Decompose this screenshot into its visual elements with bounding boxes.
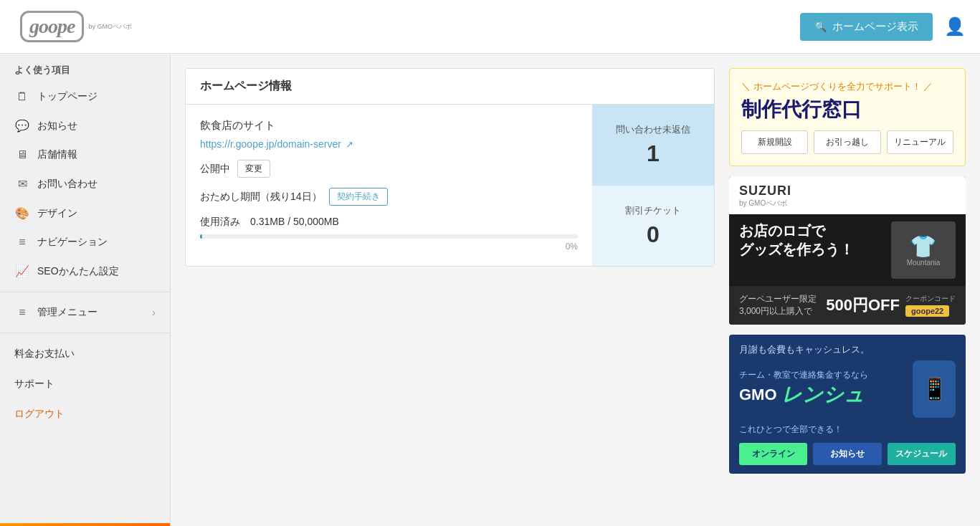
info-card: ホームページ情報 飲食店のサイト https://r.goope.jp/doma…: [185, 68, 715, 267]
search-icon: 🔍: [814, 21, 827, 32]
ad3-btn-online[interactable]: オンライン: [739, 443, 807, 465]
main-panel: ホームページ情報 飲食店のサイト https://r.goope.jp/doma…: [185, 68, 715, 512]
ad2-discount: 500円OFF: [826, 295, 900, 316]
ad1-btn-new[interactable]: 新規開設: [741, 130, 808, 154]
monitor-icon: 🖥: [14, 148, 30, 161]
gmo-logo: GMO: [739, 386, 777, 404]
sidebar-item-label: トップページ: [37, 90, 97, 103]
status-row: 公開中 変更: [200, 160, 578, 178]
support-label: サポート: [14, 378, 54, 389]
progress-label: 0%: [200, 242, 578, 252]
ad1-tagline: ＼ ホームページづくりを全力でサポート！ ／: [741, 80, 953, 93]
trial-text: おためし期間（残り14日）: [200, 191, 322, 204]
usage-row: 使用済み 0.31MB / 50,000MB: [200, 216, 578, 229]
document-icon: 🗒: [14, 90, 30, 103]
sidebar-item-inquiry[interactable]: ✉ お問い合わせ: [0, 169, 170, 199]
sidebar-bottom-bar: [0, 523, 170, 526]
coupon-count: 0: [647, 221, 660, 248]
list-icon: ≡: [14, 306, 30, 319]
ad2-coupon-code: goope22: [905, 305, 949, 317]
site-url-link[interactable]: https://r.goope.jp/domain-server ↗: [200, 138, 578, 150]
ad2-text-line2: グッズを作ろう！: [739, 240, 884, 259]
ad1-btn-move[interactable]: お引っ越し: [814, 130, 880, 154]
info-card-left: 飲食店のサイト https://r.goope.jp/domain-server…: [186, 105, 592, 266]
sidebar-item-label: ナビゲーション: [37, 236, 108, 249]
ad-banner-gmo-renshi: 月謝も会費もキャッシュレス。 チーム・教室で連絡集金するなら GMO レンシュ …: [729, 335, 966, 474]
sidebar-item-payment[interactable]: 料金お支払い: [0, 339, 170, 369]
ad2-mid: お店のロゴで グッズを作ろう！ 👕 Mountania: [729, 214, 966, 286]
chart-icon: 📈: [14, 264, 30, 278]
info-card-header: ホームページ情報: [186, 69, 714, 105]
ad2-top: SUZURI by GMOペパボ: [729, 176, 966, 214]
ad3-app-name: レンシュ: [781, 381, 865, 408]
sidebar-item-navigation[interactable]: ≡ ナビゲーション: [0, 228, 170, 257]
header-right: 🔍 ホームページ表示 👤: [800, 13, 966, 41]
ad3-phone-image: 📱: [913, 360, 956, 418]
sidebar-divider-2: [0, 333, 170, 333]
ad3-detail: これひとつで全部できる！: [739, 424, 956, 436]
info-card-body: 飲食店のサイト https://r.goope.jp/domain-server…: [186, 105, 714, 266]
ad3-btn-schedule[interactable]: スケジュール: [888, 443, 956, 465]
ad2-user-text: グーペユーザー限定 3,000円以上購入で: [739, 294, 817, 316]
logout-label: ログアウト: [14, 408, 65, 419]
coupon-label: 割引チケット: [625, 204, 681, 217]
inquiry-count: 1: [647, 140, 660, 167]
palette-icon: 🎨: [14, 206, 30, 220]
ad-banner-production: ＼ ホームページづくりを全力でサポート！ ／ 制作代行窓口 新規開設 お引っ越し…: [729, 68, 966, 166]
progress-bar-fill: [200, 234, 202, 239]
sidebar-management-label: 管理メニュー: [37, 306, 97, 319]
ad-banner-suzuri: SUZURI by GMOペパボ お店のロゴで グッズを作ろう！ 👕 Mount…: [729, 176, 966, 325]
suzuri-sub: by GMOペパボ: [739, 199, 956, 209]
ad2-text-block: お店のロゴで グッズを作ろう！: [739, 221, 884, 259]
user-icon[interactable]: 👤: [944, 16, 966, 37]
site-name: 飲食店のサイト: [200, 119, 578, 133]
payment-label: 料金お支払い: [14, 348, 75, 359]
ad2-bottom: グーペユーザー限定 3,000円以上購入で 500円OFF クーポンコード go…: [729, 286, 966, 325]
ad3-btn-notice[interactable]: お知らせ: [813, 443, 881, 465]
ad1-btn-row: 新規開設 お引っ越し リニューアル: [741, 130, 953, 154]
sidebar-item-label: お知らせ: [37, 120, 77, 133]
chevron-right-icon: ›: [152, 307, 156, 318]
status-text: 公開中: [200, 163, 230, 176]
sidebar-item-seo[interactable]: 📈 SEOかんたん設定: [0, 257, 170, 286]
homepage-btn-label: ホームページ表示: [832, 20, 918, 34]
sidebar-section-title: よく使う項目: [0, 54, 170, 82]
sidebar: よく使う項目 🗒 トップページ 💬 お知らせ 🖥 店舗情報 ✉ お問い合わせ 🎨…: [0, 54, 171, 526]
info-card-title: ホームページ情報: [200, 80, 292, 92]
sidebar-item-label: デザイン: [37, 207, 77, 220]
contract-button[interactable]: 契約手続き: [329, 188, 388, 206]
ad2-image: 👕 Mountania: [891, 221, 956, 279]
logo-box: goope by GMOペパボ: [14, 8, 138, 45]
inquiry-stat-box[interactable]: 問い合わせ未返信 1: [592, 105, 714, 185]
ad3-logo-row: チーム・教室で連絡集金するなら GMO レンシュ 📱: [739, 360, 956, 418]
sidebar-divider-1: [0, 292, 170, 292]
sidebar-item-label: SEOかんたん設定: [37, 265, 119, 278]
sidebar-item-store-info[interactable]: 🖥 店舗情報: [0, 140, 170, 169]
usage-text: 使用済み 0.31MB / 50,000MB: [200, 216, 339, 227]
trial-row: おためし期間（残り14日） 契約手続き: [200, 188, 578, 206]
right-sidebar: ＼ ホームページづくりを全力でサポート！ ／ 制作代行窓口 新規開設 お引っ越し…: [729, 68, 966, 512]
sidebar-item-label: お問い合わせ: [37, 178, 97, 191]
info-card-right: 問い合わせ未返信 1 割引チケット 0: [592, 105, 714, 266]
suzuri-logo: SUZURI: [739, 183, 956, 199]
sidebar-item-design[interactable]: 🎨 デザイン: [0, 199, 170, 228]
main-layout: よく使う項目 🗒 トップページ 💬 お知らせ 🖥 店舗情報 ✉ お問い合わせ 🎨…: [0, 54, 980, 526]
inquiry-label: 問い合わせ未返信: [616, 123, 690, 136]
coupon-stat-box[interactable]: 割引チケット 0: [592, 185, 714, 266]
chat-icon: 💬: [14, 119, 30, 133]
content-area: ホームページ情報 飲食店のサイト https://r.goope.jp/doma…: [171, 54, 980, 526]
ad3-btn-row: オンライン お知らせ スケジュール: [739, 443, 956, 465]
ad3-sub: チーム・教室で連絡集金するなら: [739, 369, 868, 381]
sidebar-item-management[interactable]: ≡ 管理メニュー ›: [0, 298, 170, 327]
homepage-display-button[interactable]: 🔍 ホームページ表示: [800, 13, 933, 41]
sidebar-item-logout[interactable]: ログアウト: [0, 399, 170, 429]
sidebar-item-support[interactable]: サポート: [0, 369, 170, 399]
logo-area: goope by GMOペパボ: [14, 8, 138, 45]
ad1-btn-renew[interactable]: リニューアル: [887, 130, 953, 154]
external-link-icon: ↗: [346, 139, 353, 150]
sidebar-item-notice[interactable]: 💬 お知らせ: [0, 111, 170, 140]
change-status-button[interactable]: 変更: [237, 160, 270, 178]
ad2-coupon-label: クーポンコード: [905, 294, 956, 304]
header: goope by GMOペパボ 🔍 ホームページ表示 👤: [0, 0, 980, 54]
sidebar-item-top-page[interactable]: 🗒 トップページ: [0, 82, 170, 111]
